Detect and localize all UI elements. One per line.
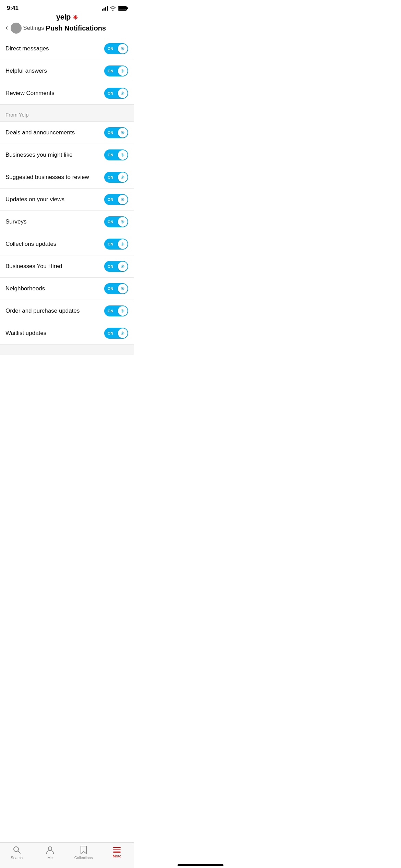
toggle-on-label: ON bbox=[108, 91, 113, 95]
row-label: Helpful answers bbox=[5, 68, 47, 74]
toggle-neighborhoods[interactable]: ON ✳ bbox=[104, 283, 128, 294]
toggle-on-label: ON bbox=[108, 309, 113, 313]
row-label: Surveys bbox=[5, 218, 26, 225]
list-item: Direct messages ON ✳ bbox=[0, 38, 134, 60]
list-item: Review Comments ON ✳ bbox=[0, 82, 134, 105]
section-header-label: From Yelp bbox=[5, 112, 29, 118]
toggle-on-label: ON bbox=[108, 264, 113, 268]
toggle-knob: ✳ bbox=[118, 306, 127, 316]
toggle-collections-updates[interactable]: ON ✳ bbox=[104, 239, 128, 250]
wifi-icon bbox=[110, 6, 116, 11]
toggle-waitlist-updates[interactable]: ON ✳ bbox=[104, 328, 128, 339]
row-label: Order and purchase updates bbox=[5, 308, 80, 314]
row-label: Waitlist updates bbox=[5, 330, 46, 337]
list-item: Order and purchase updates ON ✳ bbox=[0, 300, 134, 322]
toggle-yelp-icon: ✳ bbox=[121, 46, 125, 51]
toggle-yelp-icon: ✳ bbox=[121, 68, 125, 74]
page-title: Push Notifications bbox=[44, 24, 108, 32]
toggle-businesses-might-like[interactable]: ON ✳ bbox=[104, 149, 128, 160]
status-time: 9:41 bbox=[7, 5, 19, 12]
toggle-yelp-icon: ✳ bbox=[121, 241, 125, 247]
toggle-on-label: ON bbox=[108, 242, 113, 246]
toggle-yelp-icon: ✳ bbox=[121, 91, 125, 96]
toggle-knob: ✳ bbox=[118, 128, 127, 137]
toggle-order-purchase[interactable]: ON ✳ bbox=[104, 305, 128, 316]
toggle-helpful-answers[interactable]: ON ✳ bbox=[104, 65, 128, 76]
row-label: Neighborhoods bbox=[5, 285, 45, 292]
toggle-knob: ✳ bbox=[118, 262, 127, 271]
toggle-yelp-icon: ✳ bbox=[121, 330, 125, 336]
toggle-on-label: ON bbox=[108, 331, 113, 335]
toggle-businesses-hired[interactable]: ON ✳ bbox=[104, 261, 128, 272]
toggle-yelp-icon: ✳ bbox=[121, 197, 125, 202]
list-item: Businesses you might like ON ✳ bbox=[0, 144, 134, 166]
general-section: Direct messages ON ✳ Helpful answers ON … bbox=[0, 38, 134, 105]
list-item: Businesses You Hired ON ✳ bbox=[0, 255, 134, 278]
toggle-yelp-icon: ✳ bbox=[121, 308, 125, 314]
app-header: yelp ✳ bbox=[0, 14, 134, 21]
settings-content: Direct messages ON ✳ Helpful answers ON … bbox=[0, 38, 134, 389]
status-icons bbox=[102, 6, 127, 11]
from-yelp-section: Deals and announcements ON ✳ Businesses … bbox=[0, 122, 134, 345]
list-item: Updates on your views ON ✳ bbox=[0, 189, 134, 211]
avatar bbox=[11, 23, 22, 34]
from-yelp-section-header: From Yelp bbox=[0, 105, 134, 122]
toggle-review-comments[interactable]: ON ✳ bbox=[104, 88, 128, 99]
back-arrow-icon: ‹ bbox=[5, 23, 8, 32]
toggle-yelp-icon: ✳ bbox=[121, 286, 125, 291]
list-item: Waitlist updates ON ✳ bbox=[0, 322, 134, 345]
list-item: Suggested businesses to review ON ✳ bbox=[0, 166, 134, 189]
toggle-knob: ✳ bbox=[118, 328, 127, 338]
toggle-on-label: ON bbox=[108, 47, 113, 51]
signal-icon bbox=[102, 6, 108, 11]
row-label: Suggested businesses to review bbox=[5, 174, 89, 181]
toggle-knob: ✳ bbox=[118, 44, 127, 53]
toggle-knob: ✳ bbox=[118, 66, 127, 76]
row-label: Deals and announcements bbox=[5, 129, 75, 136]
toggle-on-label: ON bbox=[108, 175, 113, 179]
yelp-burst: ✳ bbox=[73, 14, 78, 21]
list-item: Collections updates ON ✳ bbox=[0, 233, 134, 255]
toggle-knob: ✳ bbox=[118, 150, 127, 160]
toggle-on-label: ON bbox=[108, 220, 113, 224]
row-label: Direct messages bbox=[5, 45, 49, 52]
toggle-knob: ✳ bbox=[118, 239, 127, 249]
row-label: Updates on your views bbox=[5, 196, 64, 203]
toggle-yelp-icon: ✳ bbox=[121, 130, 125, 135]
row-label: Businesses You Hired bbox=[5, 263, 62, 270]
toggle-knob: ✳ bbox=[118, 217, 127, 227]
toggle-knob: ✳ bbox=[118, 284, 127, 293]
toggle-knob: ✳ bbox=[118, 172, 127, 182]
list-item: Deals and announcements ON ✳ bbox=[0, 122, 134, 144]
battery-icon bbox=[118, 6, 127, 11]
row-label: Collections updates bbox=[5, 241, 56, 248]
toggle-on-label: ON bbox=[108, 197, 113, 202]
toggle-on-label: ON bbox=[108, 131, 113, 135]
nav-row: ‹ Settings Push Notifications bbox=[0, 21, 134, 38]
row-label: Businesses you might like bbox=[5, 152, 73, 158]
list-item: Neighborhoods ON ✳ bbox=[0, 278, 134, 300]
list-item: Surveys ON ✳ bbox=[0, 211, 134, 233]
row-label: Review Comments bbox=[5, 90, 54, 97]
toggle-deals-announcements[interactable]: ON ✳ bbox=[104, 127, 128, 138]
toggle-surveys[interactable]: ON ✳ bbox=[104, 216, 128, 227]
toggle-yelp-icon: ✳ bbox=[121, 264, 125, 269]
list-item: Helpful answers ON ✳ bbox=[0, 60, 134, 82]
toggle-on-label: ON bbox=[108, 287, 113, 291]
yelp-logo: yelp ✳ bbox=[56, 13, 77, 22]
toggle-suggested-businesses[interactable]: ON ✳ bbox=[104, 172, 128, 183]
back-button[interactable]: ‹ Settings bbox=[5, 23, 44, 34]
toggle-on-label: ON bbox=[108, 69, 113, 73]
back-label: Settings bbox=[23, 25, 44, 32]
toggle-yelp-icon: ✳ bbox=[121, 174, 125, 180]
toggle-on-label: ON bbox=[108, 153, 113, 157]
toggle-yelp-icon: ✳ bbox=[121, 152, 125, 158]
toggle-knob: ✳ bbox=[118, 88, 127, 98]
toggle-knob: ✳ bbox=[118, 195, 127, 204]
toggle-direct-messages[interactable]: ON ✳ bbox=[104, 43, 128, 54]
toggle-yelp-icon: ✳ bbox=[121, 219, 125, 225]
status-bar: 9:41 bbox=[0, 0, 134, 14]
toggle-updates-views[interactable]: ON ✳ bbox=[104, 194, 128, 205]
